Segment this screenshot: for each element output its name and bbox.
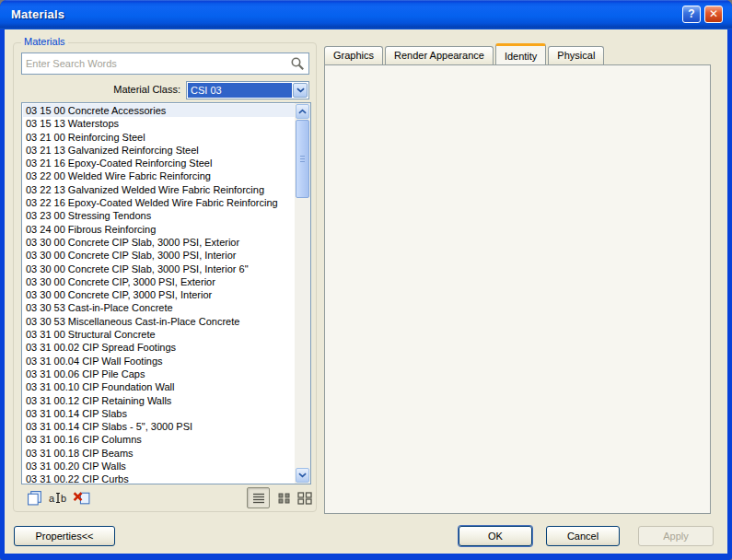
- search-icon[interactable]: [290, 56, 305, 71]
- list-item[interactable]: 03 31 00.14 CIP Slabs - 5", 3000 PSI: [23, 420, 295, 433]
- list-item[interactable]: 03 22 16 Epoxy-Coated Welded Wire Fabric…: [23, 196, 295, 209]
- close-icon: ✕: [709, 7, 718, 20]
- list-item[interactable]: 03 31 00.18 CIP Beams: [23, 447, 295, 460]
- list-item[interactable]: 03 21 13 Galvanized Reinforcing Steel: [23, 144, 295, 157]
- properties-button[interactable]: Properties<<: [14, 526, 115, 546]
- tab-graphics[interactable]: Graphics: [324, 46, 383, 64]
- large-icons-view-button[interactable]: [293, 487, 316, 508]
- list-item[interactable]: 03 31 00.04 CIP Wall Footings: [23, 355, 295, 368]
- list-item[interactable]: 03 31 00 Structural Concrete: [23, 328, 295, 341]
- list-item[interactable]: 03 31 00.22 CIP Curbs: [23, 472, 295, 484]
- list-item[interactable]: 03 31 00.14 CIP Slabs: [23, 407, 295, 420]
- scrollbar-grip: [300, 156, 305, 164]
- material-class-combobox[interactable]: CSI 03: [186, 81, 309, 99]
- ok-button[interactable]: OK: [459, 526, 532, 546]
- list-item[interactable]: 03 30 00 Concrete CIP, 3000 PSI, Exterio…: [23, 275, 295, 288]
- apply-button: Apply: [638, 526, 714, 546]
- list-scrollbar[interactable]: [295, 103, 310, 484]
- material-class-row: Material Class: CSI 03: [21, 81, 309, 99]
- rename-icon[interactable]: a b: [49, 490, 67, 506]
- list-item[interactable]: 03 30 00 Concrete CIP, 3000 PSI, Interio…: [23, 288, 295, 301]
- tab-bar: GraphicsRender AppearanceIdentityPhysica…: [324, 43, 606, 64]
- material-class-label: Material Class:: [113, 84, 180, 95]
- tab-render-appearance[interactable]: Render Appearance: [385, 46, 494, 64]
- scroll-up-icon[interactable]: [296, 104, 309, 119]
- search-input[interactable]: [21, 52, 309, 75]
- list-item[interactable]: 03 15 00 Concrete Accessories: [23, 104, 295, 117]
- materials-dialog: Materials ? ✕ Materials Material Class: …: [0, 0, 732, 560]
- list-view-icon: [252, 493, 265, 504]
- tab-physical[interactable]: Physical: [548, 46, 604, 64]
- list-item[interactable]: 03 31 00.10 CIP Foundation Wall: [23, 380, 295, 393]
- list-item[interactable]: 03 23 00 Stressing Tendons: [23, 209, 295, 222]
- list-item[interactable]: 03 30 00 Concrete CIP Slab, 3000 PSI, In…: [23, 262, 295, 275]
- list-item[interactable]: 03 21 00 Reinforcing Steel: [23, 131, 295, 144]
- small-icons-view-icon: [278, 493, 290, 504]
- help-icon: ?: [688, 7, 694, 20]
- delete-icon[interactable]: [73, 490, 91, 506]
- material-class-selected-value: CSI 03: [188, 83, 292, 98]
- list-item[interactable]: 03 24 00 Fibrous Reinforcing: [23, 223, 295, 236]
- list-item[interactable]: 03 22 13 Galvanized Welded Wire Fabric R…: [23, 183, 295, 196]
- identity-tab-panel: [324, 64, 711, 514]
- list-item[interactable]: 03 15 13 Waterstops: [23, 117, 295, 130]
- materials-list: 03 15 00 Concrete Accessories03 15 13 Wa…: [23, 104, 295, 484]
- list-item[interactable]: 03 30 53 Cast-in-Place Concrete: [23, 301, 295, 314]
- list-item[interactable]: 03 31 00.06 CIP Pile Caps: [23, 368, 295, 380]
- cancel-button[interactable]: Cancel: [546, 526, 620, 546]
- large-icons-view-icon: [297, 492, 312, 505]
- title-bar[interactable]: Materials ? ✕: [0, 0, 732, 29]
- duplicate-icon[interactable]: [26, 490, 44, 506]
- chevron-down-icon[interactable]: [293, 83, 308, 98]
- list-item[interactable]: 03 22 00 Welded Wire Fabric Reinforcing: [23, 169, 295, 182]
- window-title: Materials: [11, 7, 64, 21]
- list-item[interactable]: 03 21 16 Epoxy-Coated Reinforcing Steel: [23, 157, 295, 169]
- list-item[interactable]: 03 30 00 Concrete CIP Slab, 3000 PSI, Ex…: [23, 236, 295, 249]
- list-item[interactable]: 03 31 00.02 CIP Spread Footings: [23, 341, 295, 354]
- tab-identity[interactable]: Identity: [495, 43, 546, 64]
- svg-text:a: a: [49, 493, 55, 504]
- list-toolbar: a b: [21, 488, 309, 508]
- close-button[interactable]: ✕: [704, 6, 723, 23]
- list-item[interactable]: 03 30 53 Miscellaneous Cast-in-Place Con…: [23, 315, 295, 328]
- help-button[interactable]: ?: [682, 6, 701, 23]
- scroll-down-icon[interactable]: [296, 468, 309, 483]
- materials-group: Materials Material Class: CSI 03 03 15 0…: [13, 42, 317, 512]
- list-item[interactable]: 03 30 00 Concrete CIP Slab, 3000 PSI, In…: [23, 249, 295, 262]
- scrollbar-thumb[interactable]: [296, 120, 309, 198]
- svg-text:b: b: [61, 493, 66, 504]
- list-item[interactable]: 03 31 00.12 CIP Retaining Walls: [23, 394, 295, 407]
- list-item[interactable]: 03 31 00.16 CIP Columns: [23, 433, 295, 446]
- list-item[interactable]: 03 31 00.20 CIP Walls: [23, 460, 295, 472]
- materials-listbox: 03 15 00 Concrete Accessories03 15 13 Wa…: [21, 102, 311, 484]
- list-view-button[interactable]: [247, 487, 270, 508]
- search-box: [21, 52, 309, 75]
- materials-group-label: Materials: [21, 36, 68, 47]
